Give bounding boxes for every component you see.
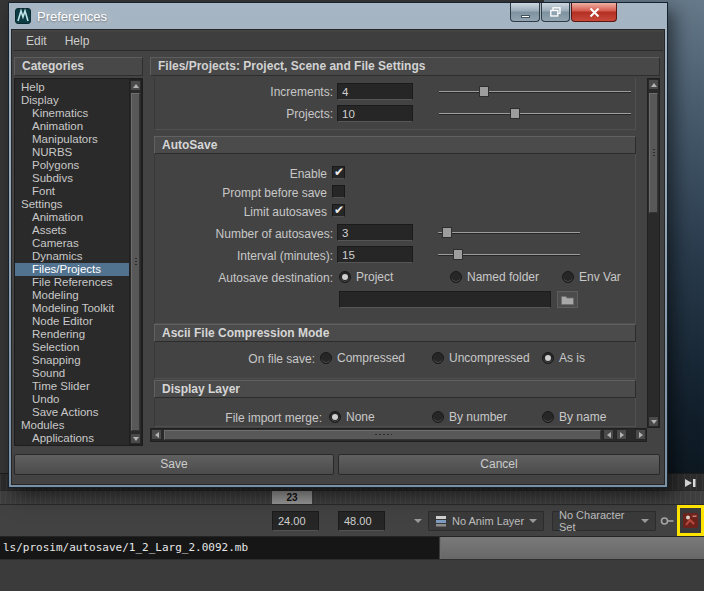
sidebar-item-modeling[interactable]: Modeling — [15, 289, 129, 302]
radio-icon[interactable] — [339, 271, 351, 283]
sidebar-item-manipulators[interactable]: Manipulators — [15, 133, 129, 146]
scroll-down-icon[interactable] — [130, 433, 141, 444]
compression-option-uncompressed[interactable]: Uncompressed — [432, 350, 530, 366]
radio-icon[interactable] — [542, 352, 554, 364]
sidebar-item-polygons[interactable]: Polygons — [15, 159, 129, 172]
sidebar-item-animation-display[interactable]: Animation — [15, 120, 129, 133]
sidebar-item-subdivs[interactable]: Subdivs — [15, 172, 129, 185]
destination-option-project[interactable]: Project — [339, 269, 393, 285]
sidebar-item-animation[interactable]: Animation — [15, 211, 129, 224]
increments-slider[interactable] — [439, 83, 631, 100]
enable-checkbox[interactable] — [332, 166, 345, 179]
scroll-right-icon[interactable] — [635, 429, 646, 440]
sidebar-item-font[interactable]: Font — [15, 185, 129, 198]
sidebar-item-help[interactable]: Help — [15, 81, 129, 94]
merge-option-none[interactable]: None — [329, 409, 375, 425]
sidebar-item-files-projects[interactable]: Files/Projects — [15, 263, 129, 276]
close-button[interactable] — [571, 3, 617, 22]
animation-preferences-button[interactable] — [682, 512, 699, 529]
number-of-autosaves-field[interactable] — [337, 224, 413, 241]
maximize-button[interactable] — [541, 3, 570, 22]
scroll-up-icon[interactable] — [130, 80, 141, 91]
prompt-before-save-checkbox[interactable] — [332, 185, 345, 198]
range-end-field[interactable] — [338, 511, 385, 531]
scrollbar-thumb[interactable] — [649, 93, 658, 213]
go-to-end-icon[interactable] — [684, 477, 698, 489]
radio-icon[interactable] — [542, 411, 554, 423]
radio-label: Named folder — [467, 270, 539, 284]
range-slider-strip: No Anim Layer No Character Set — [0, 504, 704, 536]
cancel-button[interactable]: Cancel — [338, 454, 660, 475]
sidebar-item-time-slider[interactable]: Time Slider — [15, 380, 129, 393]
sidebar-item-dynamics[interactable]: Dynamics — [15, 250, 129, 263]
sidebar-item-file-references[interactable]: File References — [15, 276, 129, 289]
number-of-autosaves-slider[interactable] — [438, 224, 580, 241]
destination-option-named-folder[interactable]: Named folder — [450, 269, 539, 285]
autosave-folder-field[interactable] — [339, 291, 551, 308]
browse-folder-button[interactable] — [557, 291, 578, 308]
limit-autosaves-checkbox[interactable] — [332, 204, 345, 217]
scroll-left-icon[interactable] — [603, 429, 614, 440]
sidebar-item-snapping[interactable]: Snapping — [15, 354, 129, 367]
sidebar-item-nurbs[interactable]: NURBS — [15, 146, 129, 159]
auto-keyframe-icon[interactable] — [660, 515, 674, 527]
radio-icon[interactable] — [562, 271, 574, 283]
interval-slider[interactable] — [438, 246, 580, 263]
sidebar-item-selection[interactable]: Selection — [15, 341, 129, 354]
save-button[interactable]: Save — [14, 454, 334, 475]
anim-layer-label: No Anim Layer — [452, 515, 524, 527]
range-start-field[interactable] — [272, 511, 319, 531]
sidebar-item-assets[interactable]: Assets — [15, 224, 129, 237]
minimize-button[interactable] — [510, 3, 540, 22]
radio-icon[interactable] — [432, 411, 444, 423]
command-line-input[interactable]: ls/prosim/autosave/1_2_Larg_2.0092.mb — [0, 537, 440, 559]
menu-edit[interactable]: Edit — [17, 32, 56, 50]
radio-icon[interactable] — [329, 411, 341, 423]
on-file-save-label: On file save: — [150, 352, 315, 366]
categories-scrollbar[interactable] — [129, 79, 142, 445]
slider-handle[interactable] — [453, 249, 463, 260]
sidebar-item-node-editor[interactable]: Node Editor — [15, 315, 129, 328]
sidebar-item-settings[interactable]: Settings — [15, 198, 129, 211]
projects-field[interactable] — [337, 105, 413, 122]
sidebar-item-display[interactable]: Display — [15, 94, 129, 107]
sidebar-item-modules[interactable]: Modules — [15, 419, 129, 432]
sidebar-item-applications[interactable]: Applications — [15, 432, 129, 445]
scroll-down-icon[interactable] — [648, 416, 659, 427]
scroll-left-icon[interactable] — [151, 429, 162, 440]
content-horizontal-scrollbar[interactable] — [150, 428, 647, 442]
radio-icon[interactable] — [432, 352, 444, 364]
anim-layer-dropdown[interactable]: No Anim Layer — [428, 511, 544, 531]
sidebar-item-kinematics[interactable]: Kinematics — [15, 107, 129, 120]
slider-handle[interactable] — [442, 227, 452, 238]
scrollbar-thumb[interactable] — [131, 93, 140, 431]
sidebar-item-undo[interactable]: Undo — [15, 393, 129, 406]
chevron-down-icon[interactable] — [414, 519, 422, 523]
sidebar-item-cameras[interactable]: Cameras — [15, 237, 129, 250]
content-vertical-scrollbar[interactable] — [647, 78, 660, 428]
increments-field[interactable] — [337, 83, 413, 100]
sidebar-item-rendering[interactable]: Rendering — [15, 328, 129, 341]
time-slider-strip[interactable]: 23 — [0, 490, 704, 504]
merge-option-by-number[interactable]: By number — [432, 409, 507, 425]
scrollbar-thumb[interactable] — [164, 430, 601, 440]
scroll-up-icon[interactable] — [648, 79, 659, 90]
sidebar-item-modeling-toolkit[interactable]: Modeling Toolkit — [15, 302, 129, 315]
radio-icon[interactable] — [320, 352, 332, 364]
radio-icon[interactable] — [450, 271, 462, 283]
interval-field[interactable] — [337, 246, 413, 263]
character-set-dropdown[interactable]: No Character Set — [552, 511, 656, 531]
sidebar-item-sound[interactable]: Sound — [15, 367, 129, 380]
compression-option-compressed[interactable]: Compressed — [320, 350, 405, 366]
time-slider-playhead[interactable]: 23 — [272, 491, 312, 504]
menu-help[interactable]: Help — [56, 32, 99, 50]
destination-option-env-var[interactable]: Env Var — [562, 269, 621, 285]
sidebar-item-save-actions[interactable]: Save Actions — [15, 406, 129, 419]
merge-option-by-name[interactable]: By name — [542, 409, 606, 425]
slider-handle[interactable] — [510, 108, 520, 119]
compression-option-as-is[interactable]: As is — [542, 350, 585, 366]
slider-handle[interactable] — [479, 86, 489, 97]
titlebar[interactable]: Preferences — [11, 3, 665, 29]
scroll-right-icon[interactable] — [616, 429, 627, 440]
projects-slider[interactable] — [439, 105, 631, 122]
